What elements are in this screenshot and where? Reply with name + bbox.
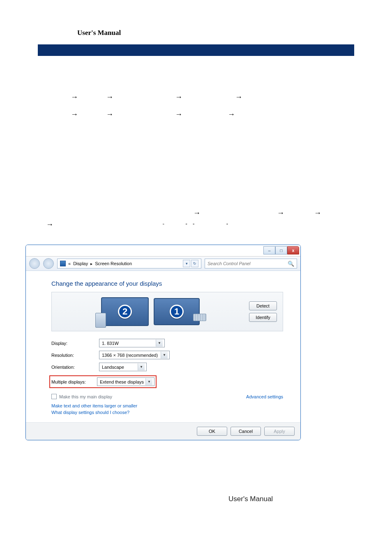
arrow-icon: → — [106, 91, 113, 103]
text-size-link[interactable]: Make text and other items larger or smal… — [51, 403, 283, 408]
tower-icon — [95, 313, 106, 328]
maximize-button[interactable] — [275, 246, 287, 254]
page-header-title: User's Manual — [77, 29, 354, 37]
minimize-button[interactable] — [263, 246, 275, 254]
arrow-icon: → — [175, 91, 182, 103]
monitor-badge-1: 1 — [170, 305, 184, 319]
path-line-3: → → → — [46, 207, 354, 219]
arrow-icon: → — [314, 207, 321, 219]
arrow-icon: → — [193, 207, 201, 219]
cancel-button[interactable]: Cancel — [231, 427, 261, 436]
arrow-icon: → — [46, 220, 53, 229]
chevron-down-icon: ▼ — [145, 378, 152, 385]
orientation-label: Orientation: — [51, 365, 96, 370]
refresh-button[interactable]: ↻ — [191, 260, 198, 267]
advanced-settings-link[interactable]: Advanced settings — [246, 394, 283, 399]
window-titlebar — [26, 245, 300, 257]
refresh-icon: ↻ — [193, 261, 196, 266]
path-line-4: → “ ” ” ” — [46, 220, 354, 229]
header-blue-bar — [38, 44, 354, 56]
control-panel-icon — [60, 261, 66, 266]
dialog-heading: Change the appearance of your displays — [51, 280, 283, 287]
footer-text: User's Manual — [228, 495, 273, 503]
path-line-1: → → → → — [46, 91, 354, 103]
resolution-label: Resolution: — [51, 353, 96, 358]
multiple-displays-select[interactable]: Extend these displays ▼ — [97, 377, 154, 386]
resolution-select[interactable]: 1366 × 768 (recommended) ▼ — [99, 351, 170, 359]
help-link[interactable]: What display settings should I choose? — [51, 410, 283, 415]
arrow-icon: → — [228, 109, 235, 120]
multiple-displays-label: Multiple displays: — [51, 379, 94, 384]
search-box[interactable]: 🔍 — [205, 259, 297, 268]
crumb-display: Display — [73, 261, 88, 266]
display-select[interactable]: 1. 831W ▼ — [99, 339, 165, 347]
arrow-icon: → — [71, 109, 78, 120]
crumb-prefix: « — [68, 261, 71, 266]
detect-button[interactable]: Detect — [249, 301, 277, 310]
breadcrumb-dropdown[interactable]: ▾ — [183, 260, 190, 267]
display-arrangement-area[interactable]: 2 1 Detect Identify — [51, 292, 283, 331]
chevron-down-icon: ▼ — [156, 340, 163, 347]
monitor-1[interactable]: 1 — [154, 298, 200, 325]
close-quote-3: ” — [226, 223, 228, 228]
arrow-icon: → — [106, 109, 113, 120]
main-display-checkbox[interactable] — [51, 394, 57, 399]
chevron-right-icon: ▸ — [90, 261, 92, 266]
close-quote-1: ” — [186, 223, 187, 228]
orientation-value: Landscape — [102, 365, 124, 370]
arrow-icon: → — [71, 91, 78, 103]
monitor-badge-2: 2 — [118, 305, 132, 319]
screen-resolution-window: « Display ▸ Screen Resolution ▾ ↻ — [25, 245, 301, 440]
chevron-down-icon: ▼ — [138, 363, 145, 370]
display-value: 1. 831W — [102, 341, 119, 346]
main-display-label: Make this my main display — [59, 394, 112, 399]
dialog-button-row: OK Cancel Apply — [26, 422, 300, 440]
search-input[interactable] — [208, 261, 281, 266]
multiple-displays-value: Extend these displays — [100, 379, 144, 384]
open-quote-1: “ — [163, 223, 164, 228]
arrow-icon: → — [277, 207, 284, 219]
close-quote-2: ” — [193, 223, 194, 228]
identify-button[interactable]: Identify — [249, 313, 277, 322]
nav-toolbar: « Display ▸ Screen Resolution ▾ ↻ — [26, 257, 300, 271]
ok-button[interactable]: OK — [197, 427, 227, 436]
path-line-2: → → → → — [46, 109, 354, 120]
back-button[interactable] — [29, 258, 40, 269]
arrow-icon: → — [235, 91, 242, 103]
orientation-select[interactable]: Landscape ▼ — [99, 363, 147, 371]
apply-button[interactable]: Apply — [264, 427, 295, 436]
close-button[interactable] — [287, 246, 299, 254]
display-label: Display: — [51, 341, 96, 346]
keyboard-icon — [193, 314, 206, 321]
resolution-value: 1366 × 768 (recommended) — [102, 353, 158, 358]
chevron-down-icon: ▼ — [161, 352, 168, 358]
breadcrumb-bar[interactable]: « Display ▸ Screen Resolution ▾ ↻ — [57, 259, 201, 268]
crumb-screenres: Screen Resolution — [95, 261, 132, 266]
monitor-2[interactable]: 2 — [101, 297, 149, 326]
arrow-icon: → — [175, 109, 182, 120]
search-icon: 🔍 — [288, 261, 294, 267]
forward-button[interactable] — [43, 258, 54, 269]
